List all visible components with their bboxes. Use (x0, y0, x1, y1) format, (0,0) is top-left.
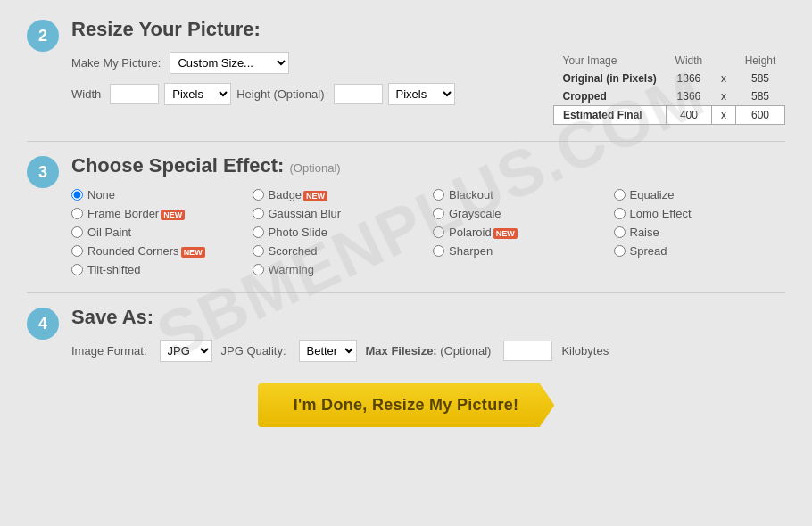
effect-frame-border-label[interactable]: Frame BorderNEW (87, 207, 185, 220)
make-picture-label: Make My Picture: (71, 56, 161, 70)
step-3-section: 3 Choose Special Effect: (Optional) None… (27, 154, 785, 276)
effect-gaussian-blur-label[interactable]: Gaussian Blur (269, 207, 342, 220)
estimated-row: Estimated Final 400 x 600 (554, 106, 785, 125)
effect-raise[interactable]: Raise (614, 226, 786, 239)
width-label: Width (71, 87, 101, 101)
original-x: x (711, 70, 735, 87)
effect-frame-border[interactable]: Frame BorderNEW (71, 207, 244, 220)
done-button-wrapper: I'm Done, Resize My Picture! (27, 383, 785, 427)
effect-rounded-corners[interactable]: Rounded CornersNEW (71, 244, 244, 258)
step-2-circle: 2 (27, 20, 59, 52)
polaroid-new-badge: NEW (493, 228, 518, 239)
original-width: 1366 (666, 70, 711, 87)
width-input[interactable]: 400 (110, 84, 159, 104)
effect-spread[interactable]: Spread (614, 244, 786, 258)
effect-oil-paint-label[interactable]: Oil Paint (87, 226, 131, 239)
estimated-label: Estimated Final (554, 106, 667, 125)
effect-warming-label[interactable]: Warming (269, 263, 315, 276)
effect-polaroid[interactable]: PolaroidNEW (433, 226, 605, 239)
quality-label: JPG Quality: (221, 344, 286, 358)
effect-scorched[interactable]: Scorched (253, 244, 425, 258)
step-2-section: 2 Resize Your Picture: Make My Picture: … (27, 18, 785, 125)
estimated-width: 400 (666, 106, 711, 125)
effect-sharpen[interactable]: Sharpen (433, 244, 605, 258)
step-4-content: Save As: Image Format: JPG PNG GIF BMP J… (71, 306, 785, 362)
height-label: Height (Optional) (236, 87, 324, 101)
your-image-header: Your Image (554, 52, 667, 70)
effect-blackout-label[interactable]: Blackout (449, 188, 493, 201)
effect-sharpen-label[interactable]: Sharpen (449, 244, 493, 258)
effect-grayscale[interactable]: Grayscale (433, 207, 605, 220)
effect-equalize-label[interactable]: Equalize (630, 188, 675, 201)
resize-controls: Make My Picture: Custom Size... Facebook… (71, 52, 518, 114)
done-button[interactable]: I'm Done, Resize My Picture! (258, 383, 555, 427)
effect-blackout[interactable]: Blackout (433, 188, 605, 201)
effect-equalize[interactable]: Equalize (614, 188, 786, 201)
step-4-section: 4 Save As: Image Format: JPG PNG GIF BMP… (27, 306, 785, 362)
effect-gaussian-blur[interactable]: Gaussian Blur (253, 207, 425, 220)
step-3-circle: 3 (27, 156, 59, 188)
size-row: Width 400 Pixels Percent Height (Optiona… (71, 83, 518, 105)
original-height: 585 (736, 70, 785, 87)
height-unit-select[interactable]: Pixels Percent (388, 83, 455, 105)
effect-photo-slide-label[interactable]: Photo Slide (269, 226, 328, 239)
badge-new-badge: NEW (303, 191, 327, 201)
effect-none[interactable]: None (71, 188, 244, 201)
resize-section: Make My Picture: Custom Size... Facebook… (71, 52, 785, 125)
effect-rounded-corners-label[interactable]: Rounded CornersNEW (87, 244, 205, 258)
rounded-corners-new-badge: NEW (181, 247, 205, 258)
filesize-label: Max Filesize: (Optional) (366, 344, 492, 358)
width-header: Width (666, 52, 711, 70)
cropped-x: x (711, 87, 735, 106)
step-2-content: Resize Your Picture: Make My Picture: Cu… (71, 18, 785, 125)
width-unit-select[interactable]: Pixels Percent (164, 83, 231, 105)
format-label: Image Format: (71, 344, 147, 358)
effect-raise-label[interactable]: Raise (630, 226, 659, 239)
original-row: Original (in Pixels) 1366 x 585 (554, 70, 785, 87)
step-2-title: Resize Your Picture: (71, 18, 785, 41)
make-picture-row: Make My Picture: Custom Size... Facebook… (71, 52, 518, 74)
save-row: Image Format: JPG PNG GIF BMP JPG Qualit… (71, 340, 785, 362)
effect-polaroid-label[interactable]: PolaroidNEW (449, 226, 518, 239)
optional-label: (Optional) (290, 161, 341, 175)
cropped-label: Cropped (554, 87, 667, 106)
cropped-row: Cropped 1366 x 585 (554, 87, 785, 106)
step-4-title: Save As: (71, 306, 785, 329)
original-label: Original (in Pixels) (554, 70, 667, 87)
preset-select[interactable]: Custom Size... Facebook Profile Twitter … (170, 52, 289, 74)
estimated-height: 600 (736, 106, 785, 125)
step-3-content: Choose Special Effect: (Optional) None B… (71, 154, 785, 276)
quality-select[interactable]: Good Better Best (299, 340, 357, 362)
filesize-input[interactable]: 300 (503, 341, 552, 361)
step-4-circle: 4 (27, 308, 59, 340)
height-input[interactable]: 600 (334, 84, 383, 104)
effect-photo-slide[interactable]: Photo Slide (253, 226, 425, 239)
image-info-table: Your Image Width Height Original (in Pix… (553, 52, 785, 125)
effect-lomo-effect[interactable]: Lomo Effect (614, 207, 786, 220)
kilobytes-label: Kilobytes (561, 344, 609, 358)
effect-tilt-shifted[interactable]: Tilt-shifted (71, 263, 244, 276)
height-header: Height (736, 52, 785, 70)
x-header (711, 52, 735, 70)
effect-warming[interactable]: Warming (253, 263, 425, 276)
estimated-x: x (711, 106, 735, 125)
effects-grid: None BadgeNEW Blackout Equalize Fr (71, 188, 785, 276)
step-3-title: Choose Special Effect: (Optional) (71, 154, 785, 177)
effect-none-label[interactable]: None (87, 188, 115, 201)
frame-border-new-badge: NEW (161, 210, 185, 220)
effect-tilt-shifted-label[interactable]: Tilt-shifted (87, 263, 140, 276)
cropped-width: 1366 (666, 87, 711, 106)
format-select[interactable]: JPG PNG GIF BMP (160, 340, 212, 362)
effect-oil-paint[interactable]: Oil Paint (71, 226, 244, 239)
effect-spread-label[interactable]: Spread (630, 244, 667, 258)
effect-scorched-label[interactable]: Scorched (269, 244, 318, 258)
effect-grayscale-label[interactable]: Grayscale (449, 207, 501, 220)
effect-badge-label[interactable]: BadgeNEW (269, 188, 328, 201)
cropped-height: 585 (736, 87, 785, 106)
effect-lomo-label[interactable]: Lomo Effect (630, 207, 692, 220)
effect-badge[interactable]: BadgeNEW (253, 188, 425, 201)
